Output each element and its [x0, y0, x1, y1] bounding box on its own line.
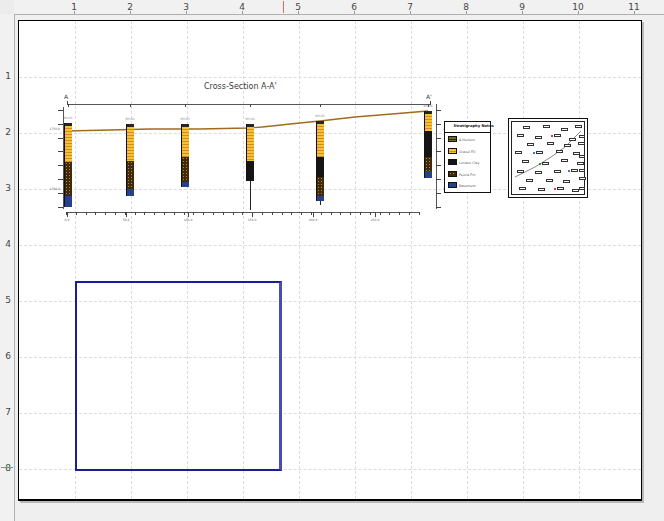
map-borehole-label	[569, 138, 576, 141]
grid-line-vertical	[579, 21, 580, 499]
map-borehole-dot	[533, 152, 535, 154]
map-borehole-label	[543, 125, 550, 128]
map-borehole-label	[561, 159, 568, 162]
ruler-top-tick	[578, 11, 579, 14]
map-edge-tick	[579, 135, 585, 138]
map-borehole-label	[579, 177, 586, 180]
map-borehole-label	[517, 170, 524, 173]
ruler-left-number: 8	[0, 462, 11, 474]
ruler-left-number: 7	[0, 406, 11, 418]
ruler-cursor-marker-x	[283, 1, 284, 13]
map-borehole-dot	[539, 163, 541, 165]
legend-item-label: London Clay	[459, 161, 479, 165]
map-borehole-label	[547, 142, 554, 145]
ruler-left-number: 4	[0, 238, 11, 250]
map-borehole-label	[556, 150, 563, 153]
ruler-top-tick	[186, 11, 187, 14]
map-borehole-label	[517, 134, 524, 137]
grid-line-vertical	[411, 21, 412, 499]
grid-line-vertical	[299, 21, 300, 499]
map-borehole-label	[561, 128, 568, 131]
map-borehole-label	[523, 126, 530, 129]
map-edge-tick	[579, 169, 585, 172]
ruler-corner[interactable]	[0, 0, 15, 15]
grid-line-vertical	[523, 21, 524, 499]
map-borehole-label	[546, 179, 553, 182]
horizontal-ruler[interactable]	[14, 0, 664, 15]
site-map-section-line	[509, 119, 587, 197]
map-borehole-label	[519, 187, 526, 190]
map-borehole-label	[536, 151, 543, 154]
map-edge-tick	[579, 187, 585, 190]
ruler-top-tick	[634, 11, 635, 14]
vertical-ruler[interactable]	[0, 14, 15, 521]
ruler-top-tick	[130, 11, 131, 14]
legend-item-label: A Horizon	[459, 138, 475, 142]
grid-line-vertical	[355, 21, 356, 499]
map-borehole-label	[542, 162, 549, 165]
ruler-left-number: 3	[0, 182, 11, 194]
map-borehole-label	[522, 160, 529, 163]
legend-swatch	[448, 136, 457, 142]
ruler-top-tick	[298, 11, 299, 14]
map-borehole-label	[577, 162, 584, 165]
grid-line-vertical	[467, 21, 468, 499]
map-borehole-label	[578, 142, 585, 145]
ruler-left-number: 6	[0, 350, 11, 362]
map-borehole-label	[515, 151, 522, 154]
stratigraphy-legend[interactable]: Stratigraphy Notes A HorizonGravel FillL…	[444, 121, 491, 193]
app-window: Cross-Section A-A' A A' 0.050.0100.0150.…	[0, 0, 664, 521]
map-borehole-label	[563, 180, 570, 183]
grid-line-horizontal	[19, 77, 641, 78]
legend-swatch	[448, 182, 457, 188]
map-edge-tick	[579, 155, 585, 158]
map-borehole-dot	[568, 170, 570, 172]
blue-rectangle-shape[interactable]	[75, 281, 282, 471]
grid-line-horizontal	[19, 245, 641, 246]
legend-swatch	[448, 159, 457, 165]
legend-title: Stratigraphy Notes	[454, 123, 482, 127]
map-borehole-label	[526, 179, 533, 182]
legend-item-label: Peoria Fm	[459, 172, 475, 176]
legend-item-label: Gravel Fill	[459, 149, 475, 153]
site-map-object[interactable]	[508, 118, 588, 198]
map-borehole-label	[564, 144, 571, 147]
legend-divider	[445, 132, 490, 133]
ruler-left-number: 1	[0, 70, 11, 82]
map-borehole-dot	[551, 135, 553, 137]
ruler-cursor-marker-y	[1, 467, 13, 468]
map-borehole-label	[535, 171, 542, 174]
map-borehole-label	[575, 125, 582, 128]
map-borehole-label	[571, 169, 578, 172]
ruler-top-tick	[466, 11, 467, 14]
map-borehole-dot	[554, 188, 556, 190]
map-borehole-label	[538, 188, 545, 191]
map-borehole-label	[535, 136, 542, 139]
map-borehole-label	[572, 189, 579, 192]
ruler-top-tick	[522, 11, 523, 14]
ruler-left-number: 5	[0, 294, 11, 306]
ruler-top-tick	[410, 11, 411, 14]
legend-item-label: Basement	[459, 184, 476, 188]
legend-swatch	[448, 148, 457, 154]
legend-swatch	[448, 171, 457, 177]
map-borehole-label	[557, 187, 564, 190]
ruler-top-tick	[74, 11, 75, 14]
map-borehole-label	[554, 170, 561, 173]
map-borehole-label	[527, 143, 534, 146]
ruler-top-tick	[242, 11, 243, 14]
ruler-top-tick	[354, 11, 355, 14]
map-borehole-label	[554, 134, 561, 137]
ruler-left-number: 2	[0, 126, 11, 138]
